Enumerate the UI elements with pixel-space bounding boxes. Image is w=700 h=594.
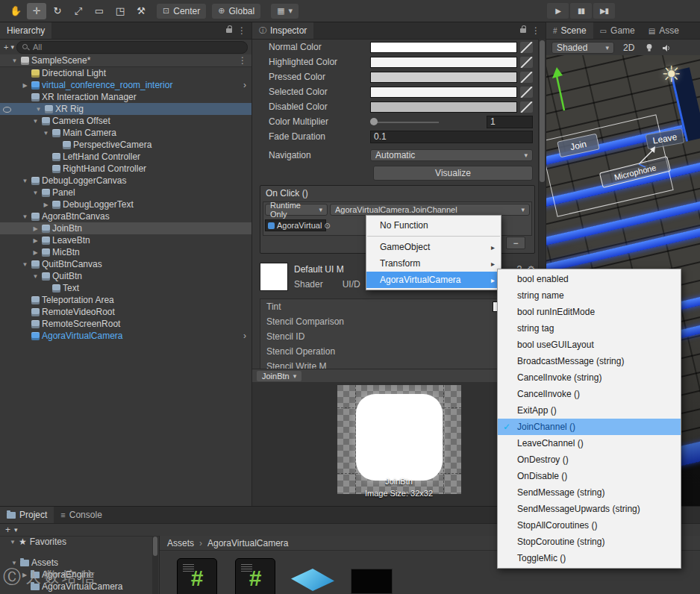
submenu-item[interactable]: ✓ bool enabled bbox=[498, 271, 681, 287]
hierarchy-row[interactable]: Teleportation Area bbox=[0, 294, 251, 306]
foldout-arrow-icon[interactable]: ▼ bbox=[31, 190, 40, 196]
hierarchy-row[interactable]: ▶ JoinBtn bbox=[0, 222, 251, 234]
object-picker-icon[interactable]: ⊙ bbox=[324, 222, 330, 230]
color-swatch[interactable] bbox=[370, 87, 517, 98]
add-gameobject-button[interactable]: + bbox=[4, 43, 8, 51]
eyedropper-icon[interactable] bbox=[520, 101, 533, 113]
scrollbar-thumb[interactable] bbox=[153, 537, 157, 556]
submenu-item[interactable]: ✓ BroadcastMessage (string) bbox=[498, 353, 681, 369]
create-asset-button[interactable]: + bbox=[5, 525, 10, 535]
scrollbar-thumb[interactable] bbox=[540, 40, 545, 182]
foldout-arrow-icon[interactable]: ▶ bbox=[31, 225, 40, 232]
tool-button[interactable]: ◳ bbox=[110, 3, 130, 19]
breadcrumb-root[interactable]: Assets bbox=[167, 538, 194, 548]
slider-handle[interactable] bbox=[370, 118, 378, 125]
hierarchy-row[interactable]: ▼ Panel bbox=[0, 187, 251, 198]
submenu-item[interactable]: ✓ StopAllCoroutines () bbox=[498, 517, 681, 534]
folder-row[interactable]: ▶ AgoraEngine bbox=[0, 569, 153, 581]
folder-row[interactable]: ▼ Assets bbox=[0, 557, 153, 569]
submenu-item[interactable]: ✓ string tag bbox=[498, 320, 681, 337]
prefab-open-arrow-icon[interactable]: › bbox=[243, 331, 246, 341]
directional-light-gizmo-icon[interactable]: ☀ bbox=[661, 61, 681, 87]
submenu-item[interactable]: ✓ CancelInvoke () bbox=[498, 386, 681, 402]
tab-hierarchy[interactable]: Hierarchy bbox=[0, 22, 51, 39]
chevron-down-icon[interactable]: ▾ bbox=[14, 526, 18, 534]
step-button[interactable]: ▶▮ bbox=[593, 3, 615, 19]
kebab-menu-icon[interactable]: ⋮ bbox=[531, 25, 540, 36]
submenu-item[interactable]: ✓ bool useGUILayout bbox=[498, 337, 681, 353]
space-toggle-button[interactable]: ⊕ Global bbox=[212, 4, 260, 19]
hierarchy-row[interactable]: Text bbox=[0, 282, 251, 294]
text-input[interactable]: 0.1 bbox=[370, 131, 533, 143]
tool-button[interactable]: ⤢ bbox=[69, 3, 88, 19]
foldout-arrow-icon[interactable]: ▼ bbox=[10, 539, 16, 545]
eyedropper-icon[interactable] bbox=[520, 72, 533, 83]
submenu-item[interactable]: ✓ OnDestroy () bbox=[498, 451, 681, 468]
asset-item[interactable]: # bbox=[231, 557, 279, 594]
hierarchy-row[interactable]: Directional Light bbox=[0, 67, 251, 79]
project-tree-scrollbar[interactable] bbox=[152, 536, 158, 594]
hierarchy-row[interactable]: ▶ virtual_conference_room_interior › bbox=[0, 79, 251, 91]
tool-button[interactable]: ▭ bbox=[90, 3, 109, 19]
color-swatch[interactable] bbox=[370, 42, 517, 53]
eyedropper-icon[interactable] bbox=[520, 57, 533, 68]
hierarchy-row[interactable]: RemoteScreenRoot bbox=[0, 318, 251, 330]
remove-event-button[interactable]: − bbox=[506, 237, 525, 249]
color-swatch[interactable] bbox=[370, 72, 517, 83]
submenu-item[interactable]: ✓ ExitApp () bbox=[498, 402, 681, 419]
lock-icon[interactable] bbox=[520, 28, 526, 33]
visualize-button[interactable]: Visualize bbox=[373, 166, 533, 181]
y-axis-gizmo-arrow[interactable] bbox=[551, 66, 573, 113]
asset-item[interactable] bbox=[290, 557, 337, 594]
prefab-open-arrow-icon[interactable]: › bbox=[243, 80, 246, 90]
hierarchy-row[interactable]: ▶ LeaveBtn bbox=[0, 234, 251, 246]
hierarchy-row[interactable]: AgoraVirtualCamera › bbox=[0, 330, 251, 342]
hierarchy-row[interactable]: PerspectiveCamera bbox=[0, 139, 251, 151]
chevron-down-icon[interactable]: ▾ bbox=[10, 43, 14, 51]
foldout-arrow-icon[interactable]: ▼ bbox=[10, 560, 18, 566]
grid-snapping-button[interactable]: ▦ ▾ bbox=[271, 4, 299, 19]
hierarchy-row[interactable]: ▼ SampleScene* bbox=[0, 54, 251, 67]
hierarchy-row[interactable]: ▼ QuitBtnCanvas bbox=[0, 258, 251, 270]
foldout-arrow-icon[interactable]: ▼ bbox=[31, 118, 40, 125]
asset-item[interactable]: # bbox=[173, 557, 221, 594]
submenu-item[interactable]: ✓ StopCoroutine (string) bbox=[498, 534, 681, 550]
foldout-arrow-icon[interactable]: ▼ bbox=[21, 261, 29, 268]
tool-button[interactable]: ↻ bbox=[48, 3, 67, 19]
tool-button[interactable]: ✋ bbox=[6, 3, 25, 19]
submenu-item[interactable]: ✓ JoinChannel () bbox=[498, 419, 681, 435]
menu-item-no-function[interactable]: No Function bbox=[366, 217, 501, 234]
asset-item[interactable] bbox=[348, 557, 396, 594]
hierarchy-row[interactable]: ▼ Main Camera bbox=[0, 127, 251, 139]
draw-mode-dropdown[interactable]: Shaded ▾ bbox=[551, 42, 614, 54]
slider[interactable] bbox=[370, 116, 484, 128]
foldout-arrow-icon[interactable]: ▶ bbox=[21, 572, 28, 578]
navigation-dropdown[interactable]: Automatic ▾ bbox=[370, 149, 533, 161]
event-function-dropdown[interactable]: AgoraVirtualCamera.JoinChannel ▾ bbox=[330, 204, 530, 216]
tab-project[interactable]: Project bbox=[0, 507, 54, 523]
submenu-item[interactable]: ✓ ToggleMic () bbox=[498, 550, 681, 566]
eyedropper-icon[interactable] bbox=[520, 42, 533, 53]
foldout-arrow-icon[interactable]: ▼ bbox=[10, 57, 19, 64]
hierarchy-row[interactable]: XR Interaction Manager bbox=[0, 91, 251, 103]
foldout-arrow-icon[interactable]: ▼ bbox=[21, 178, 29, 184]
hierarchy-row[interactable]: ▼ AgoraBtnCanvas bbox=[0, 210, 251, 222]
pivot-toggle-button[interactable]: ⊡ Center bbox=[157, 4, 206, 19]
foldout-arrow-icon[interactable]: ▶ bbox=[42, 201, 50, 208]
hierarchy-row[interactable]: RightHand Controller bbox=[0, 163, 251, 175]
hierarchy-row[interactable]: ▼ Camera Offset bbox=[0, 115, 251, 127]
lock-icon[interactable] bbox=[226, 28, 232, 33]
tab-scene[interactable]: # Scene bbox=[546, 22, 593, 39]
foldout-arrow-icon[interactable]: ▼ bbox=[31, 273, 40, 280]
breadcrumb-current[interactable]: AgoraVirtualCamera bbox=[207, 538, 289, 548]
pause-button[interactable]: ▮▮ bbox=[570, 3, 592, 19]
hierarchy-search-input[interactable]: All bbox=[16, 41, 248, 54]
hierarchy-row[interactable]: LeftHand Controller bbox=[0, 151, 251, 163]
foldout-arrow-icon[interactable]: ▼ bbox=[34, 106, 43, 113]
number-input[interactable]: 1 bbox=[487, 116, 533, 128]
material-thumbnail[interactable] bbox=[260, 263, 288, 291]
submenu-item[interactable]: ✓ OnDisable () bbox=[498, 468, 681, 484]
submenu-item[interactable]: ✓ CancelInvoke (string) bbox=[498, 369, 681, 386]
hierarchy-row[interactable]: ▼ DebugLoggerCanvas bbox=[0, 175, 251, 187]
audio-toggle-button[interactable] bbox=[660, 42, 672, 54]
